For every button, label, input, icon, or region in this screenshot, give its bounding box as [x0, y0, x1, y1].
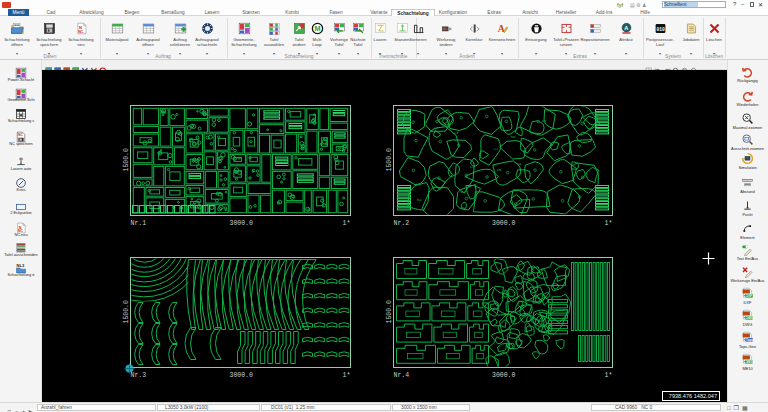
svg-text:25: 25 [542, 119, 547, 123]
svg-text:27: 27 [434, 126, 439, 130]
svg-text:1500.0: 1500.0 [386, 300, 393, 324]
svg-text:1500.0: 1500.0 [386, 148, 393, 172]
svg-text:M: M [314, 24, 320, 33]
svg-text:3000.0: 3000.0 [492, 220, 516, 227]
svg-text:Nr.3: Nr.3 [131, 372, 147, 379]
svg-text:Nr.4: Nr.4 [394, 372, 410, 379]
svg-text:91: 91 [461, 190, 466, 194]
svg-text:3000.0: 3000.0 [230, 372, 254, 379]
svg-text:1*: 1* [343, 372, 351, 379]
svg-text:1234: 1234 [745, 184, 751, 187]
svg-text:1*: 1* [605, 372, 613, 379]
svg-text:3000.0: 3000.0 [492, 372, 516, 379]
svg-text:3000.0: 3000.0 [230, 220, 254, 227]
svg-text:1*: 1* [605, 220, 613, 227]
svg-text:NC: NC [18, 133, 23, 137]
svg-text:DWG: DWG [746, 316, 754, 320]
svg-text:22: 22 [494, 147, 499, 151]
svg-text:1500.0: 1500.0 [123, 300, 130, 324]
svg-text:A: A [624, 25, 628, 31]
svg-text:Tops: Tops [746, 338, 753, 342]
svg-text:Nr.1: Nr.1 [131, 220, 147, 227]
svg-text:NC: NC [78, 30, 84, 34]
svg-text:Nr.2: Nr.2 [394, 220, 410, 227]
svg-text:1500.0: 1500.0 [123, 148, 130, 172]
svg-text:010: 010 [656, 27, 664, 32]
svg-text:NL3: NL3 [17, 263, 25, 268]
svg-text:34: 34 [417, 198, 422, 202]
svg-text:39: 39 [511, 135, 516, 139]
svg-text:23: 23 [454, 131, 459, 135]
svg-text:13: 13 [470, 165, 475, 169]
svg-text:ME10: ME10 [746, 360, 754, 364]
svg-text:1*: 1* [343, 220, 351, 227]
svg-text:99: 99 [517, 162, 522, 166]
svg-text:45: 45 [497, 168, 502, 172]
